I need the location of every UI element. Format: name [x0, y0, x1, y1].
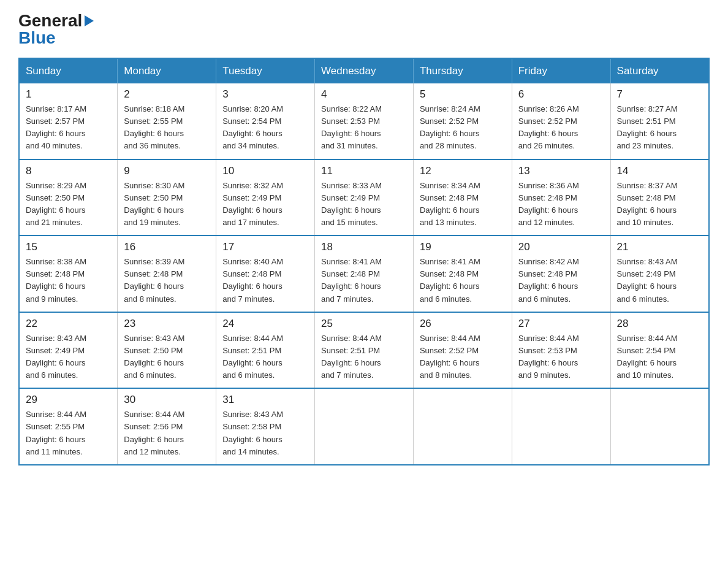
- day-info: Sunrise: 8:26 AMSunset: 2:52 PMDaylight:…: [518, 104, 579, 150]
- day-number: 13: [518, 165, 604, 177]
- calendar-cell: 4 Sunrise: 8:22 AMSunset: 2:53 PMDayligh…: [315, 83, 414, 159]
- calendar-cell: 28 Sunrise: 8:44 AMSunset: 2:54 PMDaylig…: [610, 312, 709, 389]
- day-number: 3: [222, 88, 308, 101]
- day-info: Sunrise: 8:43 AMSunset: 2:49 PMDaylight:…: [617, 257, 678, 303]
- day-number: 19: [420, 241, 506, 253]
- calendar-cell: 7 Sunrise: 8:27 AMSunset: 2:51 PMDayligh…: [610, 83, 709, 159]
- day-info: Sunrise: 8:40 AMSunset: 2:48 PMDaylight:…: [222, 257, 283, 303]
- calendar-cell: 29 Sunrise: 8:44 AMSunset: 2:55 PMDaylig…: [19, 388, 118, 465]
- day-number: 16: [124, 241, 210, 253]
- day-number: 22: [26, 318, 111, 330]
- logo-line2: Blue: [18, 29, 94, 47]
- day-number: 24: [222, 318, 308, 330]
- day-number: 17: [222, 241, 308, 253]
- calendar-cell: 21 Sunrise: 8:43 AMSunset: 2:49 PMDaylig…: [610, 236, 709, 312]
- calendar-week-row: 15 Sunrise: 8:38 AMSunset: 2:48 PMDaylig…: [19, 236, 709, 312]
- calendar-table: SundayMondayTuesdayWednesdayThursdayFrid…: [18, 58, 710, 465]
- day-number: 18: [321, 241, 407, 253]
- calendar-cell: 5 Sunrise: 8:24 AMSunset: 2:52 PMDayligh…: [413, 83, 512, 159]
- calendar-cell: 20 Sunrise: 8:42 AMSunset: 2:48 PMDaylig…: [512, 236, 610, 312]
- calendar-cell: 11 Sunrise: 8:33 AMSunset: 2:49 PMDaylig…: [315, 159, 414, 236]
- calendar-cell: 16 Sunrise: 8:39 AMSunset: 2:48 PMDaylig…: [118, 236, 216, 312]
- calendar-cell: 31 Sunrise: 8:43 AMSunset: 2:58 PMDaylig…: [216, 388, 315, 465]
- day-info: Sunrise: 8:39 AMSunset: 2:48 PMDaylight:…: [124, 257, 184, 303]
- day-header-sunday: Sunday: [19, 58, 118, 83]
- calendar-week-row: 1 Sunrise: 8:17 AMSunset: 2:57 PMDayligh…: [19, 83, 709, 159]
- day-header-friday: Friday: [512, 58, 610, 83]
- calendar-cell: 6 Sunrise: 8:26 AMSunset: 2:52 PMDayligh…: [512, 83, 610, 159]
- calendar-cell: [512, 388, 610, 465]
- day-number: 4: [321, 88, 407, 101]
- day-number: 1: [26, 88, 111, 101]
- calendar-cell: 9 Sunrise: 8:30 AMSunset: 2:50 PMDayligh…: [118, 159, 216, 236]
- day-info: Sunrise: 8:44 AMSunset: 2:51 PMDaylight:…: [321, 334, 382, 380]
- calendar-cell: 23 Sunrise: 8:43 AMSunset: 2:50 PMDaylig…: [118, 312, 216, 389]
- day-number: 6: [518, 88, 604, 101]
- logo: General Blue: [18, 12, 94, 47]
- logo-arrow-icon: [85, 15, 94, 26]
- day-number: 31: [222, 394, 308, 406]
- day-info: Sunrise: 8:37 AMSunset: 2:48 PMDaylight:…: [617, 181, 678, 227]
- day-info: Sunrise: 8:18 AMSunset: 2:55 PMDaylight:…: [124, 104, 184, 150]
- day-info: Sunrise: 8:41 AMSunset: 2:48 PMDaylight:…: [321, 257, 382, 303]
- day-number: 12: [420, 165, 506, 177]
- day-info: Sunrise: 8:44 AMSunset: 2:53 PMDaylight:…: [518, 334, 579, 380]
- day-number: 21: [617, 241, 702, 253]
- day-number: 14: [617, 165, 702, 177]
- calendar-cell: 12 Sunrise: 8:34 AMSunset: 2:48 PMDaylig…: [413, 159, 512, 236]
- day-info: Sunrise: 8:29 AMSunset: 2:50 PMDaylight:…: [26, 181, 86, 227]
- day-info: Sunrise: 8:44 AMSunset: 2:51 PMDaylight:…: [222, 334, 283, 380]
- day-number: 10: [222, 165, 308, 177]
- day-info: Sunrise: 8:33 AMSunset: 2:49 PMDaylight:…: [321, 181, 382, 227]
- day-info: Sunrise: 8:43 AMSunset: 2:49 PMDaylight:…: [26, 334, 86, 380]
- calendar-cell: 14 Sunrise: 8:37 AMSunset: 2:48 PMDaylig…: [610, 159, 709, 236]
- day-number: 15: [26, 241, 111, 253]
- day-number: 2: [124, 88, 210, 101]
- page-header: General Blue: [18, 12, 710, 47]
- day-info: Sunrise: 8:22 AMSunset: 2:53 PMDaylight:…: [321, 104, 382, 150]
- calendar-cell: 25 Sunrise: 8:44 AMSunset: 2:51 PMDaylig…: [315, 312, 414, 389]
- day-number: 30: [124, 394, 210, 406]
- day-number: 29: [26, 394, 111, 406]
- day-info: Sunrise: 8:44 AMSunset: 2:52 PMDaylight:…: [420, 334, 480, 380]
- calendar-cell: 30 Sunrise: 8:44 AMSunset: 2:56 PMDaylig…: [118, 388, 216, 465]
- calendar-cell: 8 Sunrise: 8:29 AMSunset: 2:50 PMDayligh…: [19, 159, 118, 236]
- day-number: 28: [617, 318, 702, 330]
- calendar-week-row: 29 Sunrise: 8:44 AMSunset: 2:55 PMDaylig…: [19, 388, 709, 465]
- day-info: Sunrise: 8:20 AMSunset: 2:54 PMDaylight:…: [222, 104, 283, 150]
- day-number: 11: [321, 165, 407, 177]
- calendar-cell: 22 Sunrise: 8:43 AMSunset: 2:49 PMDaylig…: [19, 312, 118, 389]
- calendar-cell: 3 Sunrise: 8:20 AMSunset: 2:54 PMDayligh…: [216, 83, 315, 159]
- day-number: 23: [124, 318, 210, 330]
- day-header-saturday: Saturday: [610, 58, 709, 83]
- day-info: Sunrise: 8:36 AMSunset: 2:48 PMDaylight:…: [518, 181, 579, 227]
- day-header-tuesday: Tuesday: [216, 58, 315, 83]
- calendar-week-row: 22 Sunrise: 8:43 AMSunset: 2:49 PMDaylig…: [19, 312, 709, 389]
- calendar-cell: 17 Sunrise: 8:40 AMSunset: 2:48 PMDaylig…: [216, 236, 315, 312]
- calendar-cell: 2 Sunrise: 8:18 AMSunset: 2:55 PMDayligh…: [118, 83, 216, 159]
- logo-line1: General: [18, 12, 94, 29]
- calendar-header-row: SundayMondayTuesdayWednesdayThursdayFrid…: [19, 58, 709, 83]
- calendar-cell: 1 Sunrise: 8:17 AMSunset: 2:57 PMDayligh…: [19, 83, 118, 159]
- day-number: 5: [420, 88, 506, 101]
- calendar-cell: 26 Sunrise: 8:44 AMSunset: 2:52 PMDaylig…: [413, 312, 512, 389]
- calendar-cell: [413, 388, 512, 465]
- day-number: 27: [518, 318, 604, 330]
- day-info: Sunrise: 8:17 AMSunset: 2:57 PMDaylight:…: [26, 104, 86, 150]
- calendar-cell: 13 Sunrise: 8:36 AMSunset: 2:48 PMDaylig…: [512, 159, 610, 236]
- calendar-cell: 27 Sunrise: 8:44 AMSunset: 2:53 PMDaylig…: [512, 312, 610, 389]
- day-number: 20: [518, 241, 604, 253]
- calendar-cell: [610, 388, 709, 465]
- day-header-wednesday: Wednesday: [315, 58, 414, 83]
- calendar-cell: [315, 388, 414, 465]
- day-info: Sunrise: 8:30 AMSunset: 2:50 PMDaylight:…: [124, 181, 184, 227]
- day-number: 25: [321, 318, 407, 330]
- calendar-cell: 18 Sunrise: 8:41 AMSunset: 2:48 PMDaylig…: [315, 236, 414, 312]
- day-info: Sunrise: 8:41 AMSunset: 2:48 PMDaylight:…: [420, 257, 480, 303]
- day-number: 26: [420, 318, 506, 330]
- day-header-thursday: Thursday: [413, 58, 512, 83]
- day-info: Sunrise: 8:42 AMSunset: 2:48 PMDaylight:…: [518, 257, 579, 303]
- day-info: Sunrise: 8:32 AMSunset: 2:49 PMDaylight:…: [222, 181, 283, 227]
- day-number: 7: [617, 88, 702, 101]
- day-number: 8: [26, 165, 111, 177]
